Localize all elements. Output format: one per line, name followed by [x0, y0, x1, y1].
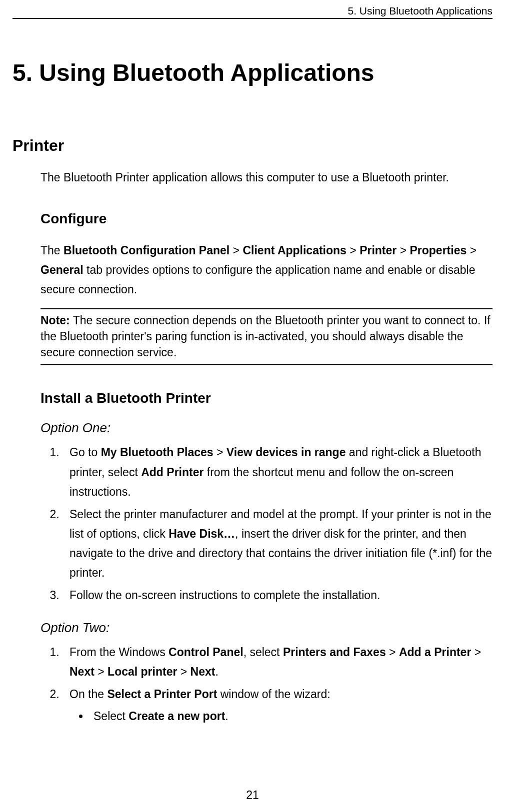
text: > — [177, 665, 190, 678]
bold-text: Properties — [410, 244, 466, 257]
option-one-steps: Go to My Bluetooth Places > View devices… — [40, 443, 492, 605]
subsection-heading-configure: Configure — [40, 211, 492, 227]
text: > — [214, 446, 226, 459]
text: > — [94, 665, 108, 678]
text: > — [466, 244, 476, 257]
text: Follow the on-screen instructions to com… — [70, 589, 380, 602]
text: , select — [244, 646, 283, 659]
bold-text: Next — [190, 665, 216, 678]
text: On the — [70, 688, 107, 701]
text: > — [230, 244, 242, 257]
chapter-title: 5. Using Bluetooth Applications — [12, 59, 492, 86]
page-number: 21 — [0, 789, 505, 802]
bold-text: Add Printer — [141, 466, 204, 479]
option-one-heading: Option One: — [40, 420, 492, 436]
printer-intro-paragraph: The Bluetooth Printer application allows… — [40, 169, 492, 187]
text: Go to — [70, 446, 101, 459]
text: > — [471, 646, 481, 659]
list-item: Go to My Bluetooth Places > View devices… — [62, 443, 492, 501]
bold-text: Next — [70, 665, 94, 678]
section-heading-printer: Printer — [12, 136, 492, 155]
text: . — [225, 710, 228, 723]
list-item: From the Windows Control Panel, select P… — [62, 643, 492, 682]
bold-text: My Bluetooth Places — [101, 446, 214, 459]
bold-text: Local printer — [108, 665, 177, 678]
text: > — [346, 244, 360, 257]
document-page: 5. Using Bluetooth Applications 5. Using… — [0, 0, 505, 812]
bold-text: Select a Printer Port — [107, 688, 217, 701]
note-box: Note: The secure connection depends on t… — [40, 308, 492, 366]
text: > — [386, 646, 399, 659]
bold-text: Printer — [360, 244, 396, 257]
list-item: Select Create a new port. — [90, 707, 492, 726]
note-label: Note: — [40, 314, 70, 327]
bold-text: Add a Printer — [399, 646, 471, 659]
bold-text: View devices in range — [226, 446, 346, 459]
sub-bullets: Select Create a new port. — [70, 707, 492, 726]
text: From the Windows — [70, 646, 168, 659]
note-text: The secure connection depends on the Blu… — [40, 314, 490, 359]
text: window of the wizard: — [217, 688, 330, 701]
bold-text: Create a new port — [128, 710, 225, 723]
text: tab provides options to configure the ap… — [40, 263, 475, 296]
bold-text: General — [40, 263, 84, 276]
text: > — [396, 244, 410, 257]
bold-text: Have Disk… — [168, 527, 235, 540]
subsection-heading-install: Install a Bluetooth Printer — [40, 390, 492, 406]
text: Select — [94, 710, 128, 723]
configure-paragraph: The Bluetooth Configuration Panel > Clie… — [40, 241, 492, 299]
option-two-steps: From the Windows Control Panel, select P… — [40, 643, 492, 726]
bold-text: Printers and Faxes — [283, 646, 386, 659]
list-item: On the Select a Printer Port window of t… — [62, 685, 492, 726]
bold-text: Bluetooth Configuration Panel — [64, 244, 230, 257]
option-two-heading: Option Two: — [40, 620, 492, 636]
list-item: Select the printer manufacturer and mode… — [62, 505, 492, 583]
running-head: 5. Using Bluetooth Applications — [12, 0, 492, 19]
text: . — [215, 665, 218, 678]
bold-text: Client Applications — [242, 244, 346, 257]
list-item: Follow the on-screen instructions to com… — [62, 586, 492, 605]
bold-text: Control Panel — [168, 646, 244, 659]
text: The — [40, 244, 64, 257]
